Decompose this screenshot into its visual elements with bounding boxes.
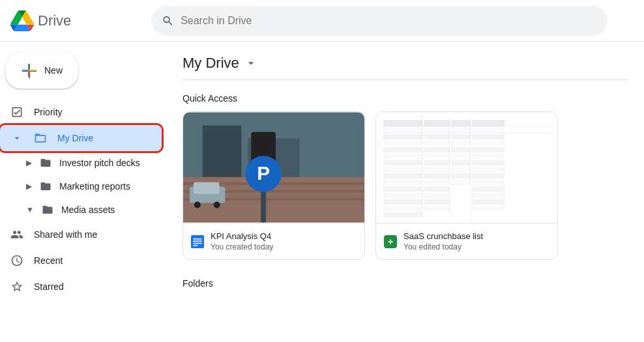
svg-rect-54 [383,167,422,172]
svg-rect-61 [472,173,505,178]
svg-rect-78 [383,212,422,218]
sheets-icon [191,235,204,248]
folder-icon-3 [42,204,53,216]
svg-rect-34 [383,134,422,139]
svg-rect-24 [193,245,198,246]
svg-rect-59 [424,173,450,178]
svg-rect-26 [383,120,422,126]
star-icon [10,280,23,293]
sidebar-subfolder-marketing[interactable]: ▶ Marketing reports [0,175,162,198]
svg-rect-45 [472,147,505,152]
svg-rect-52 [451,160,471,165]
svg-rect-37 [472,134,505,139]
svg-rect-44 [451,147,471,152]
section-title-quick-access: Quick Access [183,93,628,104]
svg-rect-66 [383,186,422,192]
chevron-down-icon: ▼ [26,205,34,214]
logo-area: Drive [10,9,141,33]
file-card-kpi-sub: You created today [211,242,357,251]
svg-rect-46 [383,154,422,159]
quick-access-grid: P [183,111,628,260]
sidebar-sub-folders: ▶ Investor pitch decks ▶ Marketing repor… [0,151,167,221]
sidebar-item-priority[interactable]: Priority [0,99,162,125]
svg-rect-33 [472,128,505,133]
svg-rect-1 [28,70,29,77]
app-title: Drive [38,12,71,29]
svg-rect-65 [472,180,505,185]
sidebar-item-my-drive[interactable]: My Drive [0,125,162,151]
sidebar-subfolder-media[interactable]: ▼ Media assets [0,198,162,221]
sidebar-item-shared[interactable]: Shared with me [0,221,162,248]
sidebar-item-priority-label: Priority [34,107,63,117]
file-card-saas-info: + SaaS crunchbase list You edited today [376,223,557,259]
svg-rect-60 [451,173,471,178]
file-card-saas-sub: You edited today [403,242,549,251]
sidebar-item-recent-label: Recent [34,255,63,266]
svg-rect-53 [472,160,505,165]
svg-rect-35 [424,134,450,139]
svg-rect-29 [472,120,505,126]
clock-icon [10,254,23,267]
sidebar-item-starred[interactable]: Starred [0,274,162,300]
svg-rect-68 [472,186,505,192]
search-input[interactable] [181,15,597,27]
section-title-folders: Folders [183,278,628,289]
sidebar-subfolder-investor[interactable]: ▶ Investor pitch decks [0,151,162,175]
svg-rect-36 [451,134,471,139]
svg-point-18 [194,202,201,208]
svg-rect-48 [451,154,471,159]
search-bar[interactable] [151,6,607,36]
new-button-label: New [44,65,63,76]
sidebar-item-shared-label: Shared with me [34,229,97,240]
svg-rect-31 [424,128,450,133]
file-card-saas-thumb [376,112,557,223]
subfolder-marketing-label: Marketing reports [59,181,130,192]
title-chevron-down-icon[interactable] [244,57,257,70]
svg-rect-74 [472,199,505,205]
content-header: My Drive [183,42,628,80]
kpi-thumbnail-image: P [183,112,364,223]
svg-point-19 [214,202,220,208]
new-button[interactable]: New [5,52,78,89]
file-card-kpi[interactable]: P [183,111,365,260]
file-card-saas[interactable]: + SaaS crunchbase list You edited today [375,111,558,260]
drive-logo-icon [10,9,34,33]
svg-rect-27 [424,120,450,126]
folder-icon-2 [40,180,51,192]
chevron-right-icon-2: ▶ [26,182,32,191]
svg-rect-3 [29,70,35,71]
svg-rect-62 [383,180,422,185]
subfolder-media-label: Media assets [61,205,115,215]
my-drive-icon [10,132,23,145]
file-card-kpi-thumb: P [183,112,364,223]
svg-rect-64 [451,180,471,185]
svg-rect-58 [383,173,422,178]
subfolder-investor-label: Investor pitch decks [59,158,140,168]
svg-rect-70 [424,193,450,198]
sidebar: New Priority [0,42,167,342]
search-icon [162,14,174,27]
svg-text:P: P [257,162,270,184]
svg-rect-22 [193,240,201,242]
svg-rect-57 [472,167,505,172]
svg-rect-39 [424,141,450,146]
svg-rect-49 [472,154,505,159]
people-icon [10,228,23,241]
file-card-saas-name: SaaS crunchbase list [403,231,549,241]
svg-rect-76 [424,206,450,211]
svg-rect-32 [451,128,471,133]
sidebar-item-starred-label: Starred [34,281,64,292]
sidebar-item-recent[interactable]: Recent [0,248,162,274]
sidebar-item-my-drive-label: My Drive [57,133,93,143]
svg-rect-75 [383,206,422,211]
main-area: New Priority [0,42,644,342]
svg-rect-28 [451,120,471,126]
svg-rect-2 [22,70,29,71]
svg-rect-71 [472,193,505,198]
content-area: My Drive Quick Access [167,42,644,342]
svg-rect-67 [424,186,450,192]
svg-rect-47 [424,154,450,159]
svg-rect-69 [383,193,422,198]
svg-rect-17 [194,182,220,194]
svg-rect-21 [193,238,201,240]
